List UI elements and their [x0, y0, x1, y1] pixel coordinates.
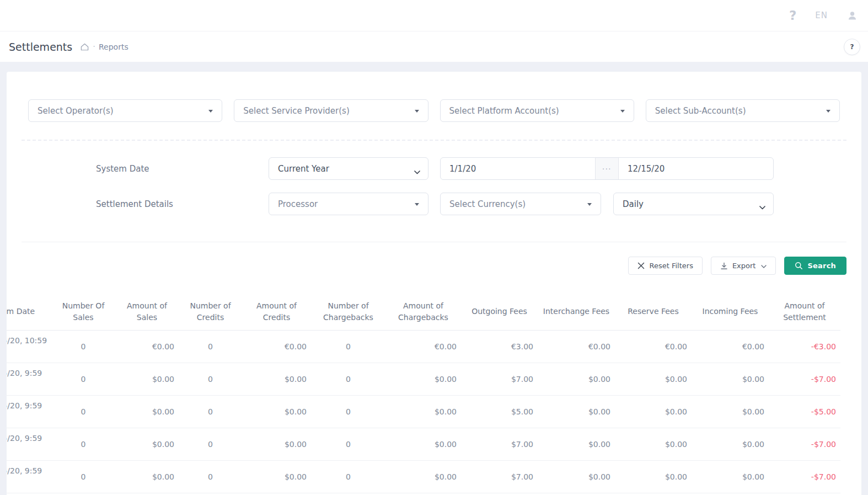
- help-icon[interactable]: ?: [789, 8, 796, 23]
- date-range-separator: ...: [595, 158, 619, 179]
- settlement-details-value: Processor: [278, 199, 318, 209]
- cell-incoming-fees: $0.00: [692, 428, 769, 460]
- date-to-input[interactable]: [619, 158, 773, 179]
- system-date-label: System Date: [28, 164, 269, 174]
- cell-settlement-amount: -$5.00: [769, 395, 840, 428]
- cell-reserve-fees: €0.00: [615, 330, 692, 363]
- breadcrumb-reports[interactable]: Reports: [99, 42, 128, 51]
- cell-interchange-fees: $0.00: [538, 363, 615, 395]
- system-date-row: System Date Current Year ...: [28, 157, 840, 180]
- column-header-amount-of-chargebacks: Amount of Chargebacks: [385, 294, 461, 330]
- cell-settlement-amount: -$7.00: [769, 428, 840, 460]
- cell-chargebacks-amount: $0.00: [385, 363, 461, 395]
- table-row: 12/15/20, 9:59 AM0$0.000$0.000$0.00$7.00…: [7, 428, 840, 460]
- cell-credits-count: 0: [179, 460, 242, 493]
- cell-outgoing-fees: $7.00: [461, 460, 538, 493]
- settlements-table-body: 12/15/20, 10:59 AM0€0.000€0.000€0.00€3.0…: [7, 330, 840, 493]
- dashed-divider: [22, 140, 846, 141]
- caret-down-icon: [415, 110, 419, 113]
- date-from-input[interactable]: [441, 158, 595, 179]
- column-header-interchange-fees: Interchange Fees: [538, 294, 615, 330]
- service-provider-select-placeholder: Select Service Provider(s): [243, 106, 350, 116]
- caret-down-icon: [826, 110, 831, 113]
- cell-reserve-fees: $0.00: [615, 363, 692, 395]
- column-header-number-of-sales: Number Of Sales: [51, 294, 115, 330]
- cell-outgoing-fees: €3.00: [461, 330, 538, 363]
- chevron-down-icon: [759, 202, 765, 212]
- operator-select[interactable]: Select Operator(s): [28, 99, 222, 122]
- export-button[interactable]: Export: [711, 257, 776, 275]
- caret-down-icon: [208, 110, 213, 113]
- column-header-system-date: System Date: [7, 294, 51, 330]
- cell-sales-count: 0: [51, 395, 115, 428]
- cell-chargebacks-count: 0: [311, 395, 385, 428]
- topbar: ? EN: [0, 0, 868, 31]
- cell-sales-count: 0: [51, 363, 115, 395]
- column-header-number-of-chargebacks: Number of Chargebacks: [311, 294, 385, 330]
- cell-reserve-fees: $0.00: [615, 428, 692, 460]
- settlement-details-select[interactable]: Processor: [269, 193, 428, 215]
- cell-incoming-fees: $0.00: [692, 460, 769, 493]
- cell-date: 12/15/20, 10:59 AM: [7, 330, 51, 363]
- download-icon: [720, 262, 728, 270]
- person-icon: [846, 10, 858, 22]
- breadcrumb-home[interactable]: [80, 42, 89, 51]
- platform-account-select-placeholder: Select Platform Account(s): [449, 106, 559, 116]
- date-range-preset-select[interactable]: Current Year: [269, 157, 428, 180]
- settlements-table: System Date Number Of Sales Amount of Sa…: [7, 294, 840, 493]
- caret-down-icon: [415, 203, 419, 206]
- search-icon: [795, 262, 803, 270]
- cell-sales-amount: $0.00: [115, 395, 179, 428]
- currency-select[interactable]: Select Currency(s): [440, 193, 601, 215]
- home-icon: [80, 42, 89, 51]
- search-label: Search: [807, 262, 836, 270]
- cell-chargebacks-amount: €0.00: [385, 330, 461, 363]
- user-avatar-icon[interactable]: [846, 10, 858, 22]
- cell-interchange-fees: $0.00: [538, 460, 615, 493]
- cell-outgoing-fees: $5.00: [461, 395, 538, 428]
- frequency-select[interactable]: Daily: [613, 193, 774, 215]
- cell-interchange-fees: $0.00: [538, 428, 615, 460]
- date-range-group: ...: [440, 157, 774, 180]
- reset-filters-label: Reset Filters: [649, 262, 693, 270]
- cell-chargebacks-count: 0: [311, 460, 385, 493]
- cell-credits-amount: $0.00: [242, 363, 311, 395]
- filters-and-results-card: Select Operator(s) Select Service Provid…: [7, 72, 861, 495]
- page-help-button[interactable]: ?: [844, 39, 860, 55]
- language-selector[interactable]: EN: [815, 10, 828, 20]
- cell-sales-count: 0: [51, 460, 115, 493]
- cell-credits-amount: $0.00: [242, 460, 311, 493]
- table-row: 12/15/20, 9:59 AM0$0.000$0.000$0.00$7.00…: [7, 363, 840, 395]
- cell-credits-amount: €0.00: [242, 330, 311, 363]
- table-row: 12/15/20, 9:59 AM0$0.000$0.000$0.00$7.00…: [7, 460, 840, 493]
- date-range-preset-value: Current Year: [278, 164, 329, 174]
- table-header: System Date Number Of Sales Amount of Sa…: [7, 294, 840, 330]
- table-row: 12/15/20, 9:59 AM0$0.000$0.000$0.00$5.00…: [7, 395, 840, 428]
- export-label: Export: [732, 262, 756, 270]
- search-button[interactable]: Search: [784, 257, 846, 275]
- cell-credits-count: 0: [179, 428, 242, 460]
- caret-down-icon: [620, 110, 625, 113]
- platform-account-select[interactable]: Select Platform Account(s): [440, 99, 634, 122]
- service-provider-select[interactable]: Select Service Provider(s): [234, 99, 428, 122]
- settlements-table-container[interactable]: System Date Number Of Sales Amount of Sa…: [7, 294, 861, 493]
- column-header-outgoing-fees: Outgoing Fees: [461, 294, 538, 330]
- cell-chargebacks-count: 0: [311, 330, 385, 363]
- cell-credits-amount: $0.00: [242, 395, 311, 428]
- cell-date: 12/15/20, 9:59 AM: [7, 395, 51, 428]
- cell-chargebacks-amount: $0.00: [385, 460, 461, 493]
- cell-chargebacks-amount: $0.00: [385, 395, 461, 428]
- sub-account-select[interactable]: Select Sub-Account(s): [646, 99, 840, 122]
- cell-interchange-fees: $0.00: [538, 395, 615, 428]
- cell-date: 12/15/20, 9:59 AM: [7, 363, 51, 395]
- cell-sales-amount: €0.00: [115, 330, 179, 363]
- cell-sales-count: 0: [51, 428, 115, 460]
- cell-incoming-fees: $0.00: [692, 363, 769, 395]
- cell-sales-amount: $0.00: [115, 428, 179, 460]
- settlement-details-row: Settlement Details Processor Select Curr…: [28, 193, 840, 215]
- cell-reserve-fees: $0.00: [615, 395, 692, 428]
- cell-settlement-amount: -$7.00: [769, 460, 840, 493]
- reset-filters-button[interactable]: Reset Filters: [628, 257, 702, 275]
- cell-outgoing-fees: $7.00: [461, 428, 538, 460]
- operator-select-placeholder: Select Operator(s): [37, 106, 114, 116]
